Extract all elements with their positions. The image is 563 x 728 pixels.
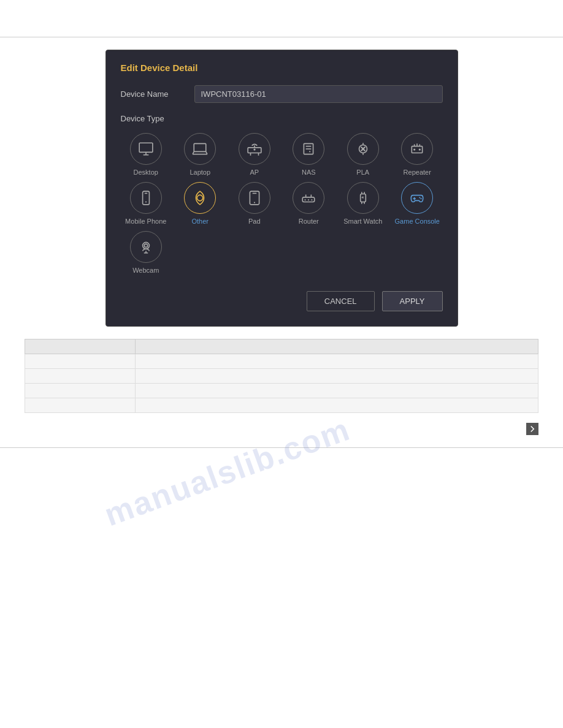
device-type-smart-watch[interactable]: Smart Watch — [338, 182, 389, 225]
apply-button[interactable]: APPLY — [382, 291, 443, 311]
pad-label: Pad — [248, 218, 261, 225]
pla-label: PLA — [356, 169, 369, 176]
svg-rect-19 — [412, 146, 423, 153]
device-type-grid: Desktop Laptop — [121, 133, 443, 274]
device-type-game-console[interactable]: Game Console — [392, 182, 443, 225]
table-row — [25, 354, 538, 369]
cancel-button[interactable]: CANCEL — [307, 291, 375, 311]
device-name-label: Device Name — [121, 89, 194, 99]
svg-point-23 — [413, 148, 415, 150]
bottom-divider — [0, 447, 563, 448]
device-type-mobile-phone[interactable]: Mobile Phone — [121, 182, 172, 225]
desktop-label: Desktop — [134, 169, 158, 176]
webcam-icon-circle — [130, 231, 162, 263]
next-arrow-button[interactable] — [526, 423, 538, 435]
svg-point-36 — [312, 199, 313, 200]
other-icon — [192, 190, 208, 206]
game-console-icon-circle — [401, 182, 433, 214]
repeater-icon-circle — [401, 133, 433, 165]
device-name-row: Device Name — [121, 85, 443, 103]
pad-icon — [247, 190, 262, 206]
desktop-icon-circle — [130, 133, 162, 165]
device-type-repeater[interactable]: Repeater — [392, 133, 443, 176]
webcam-icon — [138, 239, 154, 255]
device-type-router[interactable]: Router — [283, 182, 334, 225]
laptop-label: Laptop — [190, 169, 210, 176]
table-cell-col1 — [25, 384, 136, 398]
game-console-label: Game Console — [395, 218, 440, 225]
table-header-col1 — [25, 339, 136, 354]
router-icon — [301, 190, 316, 206]
table-cell-col1 — [25, 398, 136, 413]
table-cell-col1 — [25, 369, 136, 384]
modal-title: Edit Device Detail — [121, 63, 443, 73]
svg-point-34 — [305, 199, 306, 200]
nas-icon — [301, 141, 316, 157]
table-row — [25, 398, 538, 413]
game-console-icon — [409, 190, 425, 206]
router-icon-circle — [293, 182, 324, 214]
device-type-nas[interactable]: NAS — [283, 133, 334, 176]
pla-icon — [355, 141, 371, 157]
modal-footer: CANCEL APPLY — [121, 289, 443, 311]
svg-point-46 — [419, 197, 421, 198]
svg-rect-0 — [139, 143, 153, 152]
chevron-right-icon — [529, 425, 536, 433]
other-icon-circle — [184, 182, 216, 214]
table-row — [25, 384, 538, 398]
table-cell-col2 — [136, 354, 538, 369]
svg-point-47 — [421, 198, 422, 199]
svg-rect-3 — [194, 143, 207, 151]
table-cell-col1 — [25, 354, 136, 369]
laptop-icon-circle — [184, 133, 216, 165]
svg-point-29 — [254, 202, 255, 203]
ap-label: AP — [250, 169, 259, 176]
router-label: Router — [299, 218, 319, 225]
svg-point-48 — [142, 242, 149, 249]
device-type-ap[interactable]: AP — [229, 133, 280, 176]
nas-icon-circle — [293, 133, 324, 165]
desktop-icon — [138, 141, 154, 157]
info-table — [25, 339, 538, 413]
nas-label: NAS — [302, 169, 316, 176]
table-cell-col2 — [136, 398, 538, 413]
smart-watch-icon — [355, 190, 371, 206]
repeater-icon — [409, 141, 425, 157]
device-type-label: Device Type — [121, 114, 443, 123]
svg-point-11 — [253, 148, 255, 150]
content-area: Edit Device Detail Device Name Device Ty… — [0, 37, 563, 435]
device-type-desktop[interactable]: Desktop — [121, 133, 172, 176]
pla-icon-circle — [347, 133, 379, 165]
ap-icon-circle — [239, 133, 270, 165]
smart-watch-icon-circle — [347, 182, 379, 214]
mobile-phone-label: Mobile Phone — [125, 218, 166, 225]
mobile-phone-icon — [138, 190, 154, 206]
table-header-col2 — [136, 339, 538, 354]
mobile-phone-icon-circle — [130, 182, 162, 214]
svg-point-15 — [309, 151, 310, 152]
svg-point-35 — [308, 199, 309, 200]
pad-icon-circle — [239, 182, 270, 214]
device-name-input[interactable] — [194, 85, 443, 103]
page-wrapper: Edit Device Detail Device Name Device Ty… — [0, 37, 563, 728]
device-type-pla[interactable]: PLA — [338, 133, 389, 176]
ap-icon — [247, 141, 262, 157]
table-cell-col2 — [136, 369, 538, 384]
edit-device-modal: Edit Device Detail Device Name Device Ty… — [105, 50, 458, 327]
other-label: Other — [191, 218, 209, 225]
svg-point-24 — [419, 148, 421, 150]
svg-point-27 — [145, 201, 147, 202]
table-header-row — [25, 339, 538, 354]
svg-point-49 — [144, 244, 147, 247]
device-type-laptop[interactable]: Laptop — [175, 133, 226, 176]
device-type-other[interactable]: Other — [175, 182, 226, 225]
device-type-webcam[interactable]: Webcam — [121, 231, 172, 274]
table-row — [25, 369, 538, 384]
table-cell-col2 — [136, 384, 538, 398]
device-type-pad[interactable]: Pad — [229, 182, 280, 225]
repeater-label: Repeater — [404, 169, 431, 176]
webcam-label: Webcam — [132, 267, 159, 274]
laptop-icon — [192, 141, 208, 157]
smart-watch-label: Smart Watch — [343, 218, 382, 225]
